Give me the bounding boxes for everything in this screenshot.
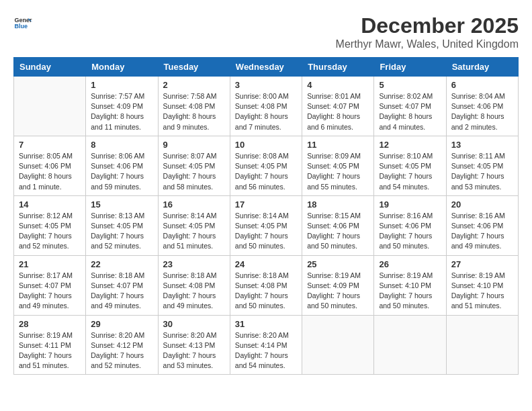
calendar-day-cell: 26Sunrise: 8:19 AMSunset: 4:10 PMDayligh…: [374, 255, 446, 315]
day-info: Sunrise: 8:19 AMSunset: 4:11 PMDaylight:…: [19, 330, 81, 371]
day-info: Sunrise: 8:09 AMSunset: 4:05 PMDaylight:…: [307, 151, 369, 192]
calendar-day-cell: 11Sunrise: 8:09 AMSunset: 4:05 PMDayligh…: [302, 136, 374, 195]
calendar-day-cell: 15Sunrise: 8:13 AMSunset: 4:05 PMDayligh…: [86, 195, 158, 255]
day-number: 7: [19, 140, 81, 150]
calendar-day-cell: 22Sunrise: 8:18 AMSunset: 4:07 PMDayligh…: [86, 255, 158, 315]
day-info: Sunrise: 7:57 AMSunset: 4:09 PMDaylight:…: [91, 91, 152, 132]
day-info: Sunrise: 8:18 AMSunset: 4:08 PMDaylight:…: [235, 271, 297, 312]
day-number: 19: [379, 199, 441, 210]
day-info: Sunrise: 8:04 AMSunset: 4:06 PMDaylight:…: [451, 91, 513, 132]
title-area: December 2025 Merthyr Mawr, Wales, Unite…: [336, 13, 519, 50]
calendar-day-cell: [446, 315, 518, 375]
calendar-day-cell: 14Sunrise: 8:12 AMSunset: 4:05 PMDayligh…: [14, 195, 86, 255]
calendar-day-cell: 7Sunrise: 8:05 AMSunset: 4:06 PMDaylight…: [14, 136, 86, 195]
logo-icon: General Blue: [13, 13, 32, 32]
day-info: Sunrise: 8:15 AMSunset: 4:06 PMDaylight:…: [307, 211, 369, 252]
day-number: 14: [19, 199, 81, 210]
day-number: 25: [307, 259, 369, 269]
day-number: 5: [379, 80, 441, 90]
day-info: Sunrise: 8:11 AMSunset: 4:05 PMDaylight:…: [451, 151, 513, 192]
day-number: 10: [235, 140, 297, 150]
calendar-day-cell: 31Sunrise: 8:20 AMSunset: 4:14 PMDayligh…: [230, 315, 302, 375]
calendar-week-row: 14Sunrise: 8:12 AMSunset: 4:05 PMDayligh…: [14, 195, 519, 255]
calendar-day-cell: 2Sunrise: 7:58 AMSunset: 4:08 PMDaylight…: [158, 77, 230, 136]
calendar-day-cell: 16Sunrise: 8:14 AMSunset: 4:05 PMDayligh…: [158, 195, 230, 255]
day-info: Sunrise: 8:19 AMSunset: 4:10 PMDaylight:…: [379, 271, 441, 312]
day-number: 9: [163, 140, 225, 150]
calendar-day-cell: 24Sunrise: 8:18 AMSunset: 4:08 PMDayligh…: [230, 255, 302, 315]
calendar-day-cell: 9Sunrise: 8:07 AMSunset: 4:05 PMDaylight…: [158, 136, 230, 195]
day-number: 22: [91, 259, 152, 269]
day-number: 29: [91, 319, 152, 329]
calendar-day-cell: 30Sunrise: 8:20 AMSunset: 4:13 PMDayligh…: [158, 315, 230, 375]
day-of-week-header: Friday: [374, 58, 446, 77]
day-number: 16: [163, 199, 225, 210]
day-number: 2: [163, 80, 225, 90]
calendar-day-cell: [374, 315, 446, 375]
day-info: Sunrise: 8:13 AMSunset: 4:05 PMDaylight:…: [91, 211, 152, 252]
calendar-table: SundayMondayTuesdayWednesdayThursdayFrid…: [13, 57, 519, 375]
day-number: 6: [451, 80, 513, 90]
day-info: Sunrise: 8:18 AMSunset: 4:07 PMDaylight:…: [91, 271, 152, 312]
calendar-day-cell: 5Sunrise: 8:02 AMSunset: 4:07 PMDaylight…: [374, 77, 446, 136]
calendar-day-cell: [302, 315, 374, 375]
calendar-day-cell: 28Sunrise: 8:19 AMSunset: 4:11 PMDayligh…: [14, 315, 86, 375]
day-info: Sunrise: 8:14 AMSunset: 4:05 PMDaylight:…: [235, 211, 297, 252]
day-of-week-header: Wednesday: [230, 58, 302, 77]
day-number: 27: [451, 259, 513, 269]
day-number: 11: [307, 140, 369, 150]
calendar-week-row: 21Sunrise: 8:17 AMSunset: 4:07 PMDayligh…: [14, 255, 519, 315]
day-number: 24: [235, 259, 297, 269]
day-of-week-header: Monday: [86, 58, 158, 77]
day-number: 1: [91, 80, 152, 90]
day-number: 30: [163, 319, 225, 329]
day-info: Sunrise: 8:08 AMSunset: 4:05 PMDaylight:…: [235, 151, 297, 192]
calendar-header-row: SundayMondayTuesdayWednesdayThursdayFrid…: [14, 58, 519, 77]
calendar-day-cell: 1Sunrise: 7:57 AMSunset: 4:09 PMDaylight…: [86, 77, 158, 136]
day-of-week-header: Sunday: [14, 58, 86, 77]
day-info: Sunrise: 8:20 AMSunset: 4:12 PMDaylight:…: [91, 330, 152, 371]
day-of-week-header: Tuesday: [158, 58, 230, 77]
day-info: Sunrise: 8:18 AMSunset: 4:08 PMDaylight:…: [163, 271, 225, 312]
day-info: Sunrise: 8:01 AMSunset: 4:07 PMDaylight:…: [307, 91, 369, 132]
calendar-day-cell: 27Sunrise: 8:19 AMSunset: 4:10 PMDayligh…: [446, 255, 518, 315]
calendar-week-row: 28Sunrise: 8:19 AMSunset: 4:11 PMDayligh…: [14, 315, 519, 375]
svg-text:Blue: Blue: [14, 23, 28, 30]
calendar-week-row: 1Sunrise: 7:57 AMSunset: 4:09 PMDaylight…: [14, 77, 519, 136]
day-number: 20: [451, 199, 513, 210]
calendar-week-row: 7Sunrise: 8:05 AMSunset: 4:06 PMDaylight…: [14, 136, 519, 195]
day-number: 17: [235, 199, 297, 210]
day-number: 23: [163, 259, 225, 269]
calendar-day-cell: [14, 77, 86, 136]
day-info: Sunrise: 8:20 AMSunset: 4:14 PMDaylight:…: [235, 330, 297, 371]
day-number: 3: [235, 80, 297, 90]
day-info: Sunrise: 8:10 AMSunset: 4:05 PMDaylight:…: [379, 151, 441, 192]
day-info: Sunrise: 8:14 AMSunset: 4:05 PMDaylight:…: [163, 211, 225, 252]
day-number: 26: [379, 259, 441, 269]
calendar-day-cell: 29Sunrise: 8:20 AMSunset: 4:12 PMDayligh…: [86, 315, 158, 375]
day-of-week-header: Thursday: [302, 58, 374, 77]
day-info: Sunrise: 8:16 AMSunset: 4:06 PMDaylight:…: [379, 211, 441, 252]
day-info: Sunrise: 7:58 AMSunset: 4:08 PMDaylight:…: [163, 91, 225, 132]
day-info: Sunrise: 8:02 AMSunset: 4:07 PMDaylight:…: [379, 91, 441, 132]
calendar-day-cell: 19Sunrise: 8:16 AMSunset: 4:06 PMDayligh…: [374, 195, 446, 255]
calendar-day-cell: 25Sunrise: 8:19 AMSunset: 4:09 PMDayligh…: [302, 255, 374, 315]
calendar-day-cell: 10Sunrise: 8:08 AMSunset: 4:05 PMDayligh…: [230, 136, 302, 195]
day-of-week-header: Saturday: [446, 58, 518, 77]
calendar-day-cell: 12Sunrise: 8:10 AMSunset: 4:05 PMDayligh…: [374, 136, 446, 195]
day-info: Sunrise: 8:16 AMSunset: 4:06 PMDaylight:…: [451, 211, 513, 252]
day-info: Sunrise: 8:12 AMSunset: 4:05 PMDaylight:…: [19, 211, 81, 252]
day-info: Sunrise: 8:00 AMSunset: 4:08 PMDaylight:…: [235, 91, 297, 132]
day-number: 18: [307, 199, 369, 210]
calendar-day-cell: 21Sunrise: 8:17 AMSunset: 4:07 PMDayligh…: [14, 255, 86, 315]
calendar-day-cell: 4Sunrise: 8:01 AMSunset: 4:07 PMDaylight…: [302, 77, 374, 136]
logo: General Blue: [13, 13, 32, 32]
day-info: Sunrise: 8:17 AMSunset: 4:07 PMDaylight:…: [19, 271, 81, 312]
day-info: Sunrise: 8:07 AMSunset: 4:05 PMDaylight:…: [163, 151, 225, 192]
day-info: Sunrise: 8:19 AMSunset: 4:10 PMDaylight:…: [451, 271, 513, 312]
calendar-day-cell: 23Sunrise: 8:18 AMSunset: 4:08 PMDayligh…: [158, 255, 230, 315]
page-header: General Blue December 2025 Merthyr Mawr,…: [13, 13, 519, 50]
location-title: Merthyr Mawr, Wales, United Kingdom: [336, 38, 519, 50]
day-number: 28: [19, 319, 81, 329]
day-number: 31: [235, 319, 297, 329]
